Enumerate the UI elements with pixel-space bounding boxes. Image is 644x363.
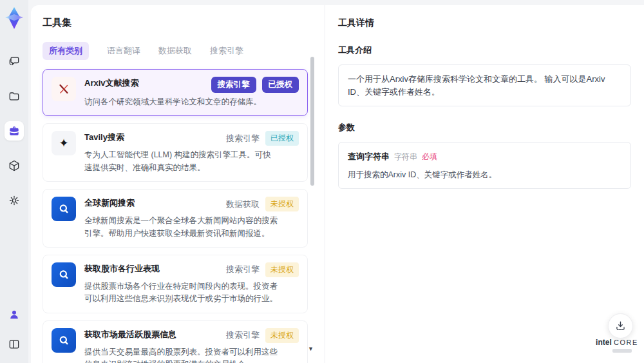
left-rail	[0, 0, 28, 363]
tab-data-fetch[interactable]: 数据获取	[158, 45, 192, 57]
chat-icon	[8, 55, 21, 68]
tool-list-panel: 工具集 所有类别 语言翻译 数据获取 搜索引擎 Arxiv文献搜索	[31, 5, 325, 363]
sidebar-item-chat[interactable]	[5, 52, 24, 71]
sidebar-item-files[interactable]	[5, 86, 24, 106]
tavily-sparkle-icon: ✦	[52, 131, 76, 155]
sidebar-item-settings[interactable]	[5, 191, 24, 210]
download-button[interactable]	[608, 313, 633, 338]
category-label: 搜索引擎	[226, 133, 260, 144]
tool-card-arxiv[interactable]: Arxiv文献搜索 搜索引擎 已授权 访问各个研究领域大量科学论文和文章的存储库…	[43, 69, 308, 116]
news-search-logo-icon	[52, 197, 76, 221]
status-badge: 已授权	[265, 131, 299, 146]
sidebar-item-account[interactable]	[5, 305, 24, 324]
page-title: 工具集	[43, 17, 325, 29]
tool-title: Tavily搜索	[84, 131, 124, 143]
tool-list: Arxiv文献搜索 搜索引擎 已授权 访问各个研究领域大量科学论文和文章的存储库…	[43, 69, 308, 363]
tool-description: 专为人工智能代理 (LLM) 构建的搜索引擎工具。可快速提供实时、准确和真实的结…	[84, 149, 279, 174]
category-badge: 搜索引擎	[211, 77, 256, 93]
status-badge: 未授权	[265, 328, 299, 343]
category-label: 搜索引擎	[226, 329, 260, 341]
param-box: 查询字符串 字符串 必填 用于搜索的Arxiv ID、关键字或作者姓名。	[338, 142, 631, 189]
arxiv-logo-icon	[52, 77, 76, 101]
gear-icon	[8, 194, 21, 207]
cube-icon	[8, 159, 21, 172]
tool-title: Arxiv文献搜索	[84, 77, 139, 89]
panel-toggle-icon	[8, 338, 21, 351]
param-required-flag: 必填	[422, 151, 437, 162]
tool-title: 全球新闻搜索	[84, 197, 135, 209]
tool-card-tavily[interactable]: ✦ Tavily搜索 搜索引擎 已授权 专为人工智能代理 (LLM) 构建的搜索…	[43, 123, 308, 182]
intel-sub-mark	[612, 349, 632, 353]
sidebar-item-panel-toggle[interactable]	[5, 335, 24, 354]
tool-intro-box: 一个用于从Arxiv存储库搜索科学论文和文章的工具。 输入可以是Arxiv ID…	[338, 64, 631, 106]
sidebar-item-toolbox[interactable]	[5, 121, 24, 141]
category-label: 数据获取	[226, 199, 260, 210]
status-badge: 未授权	[265, 197, 299, 211]
tab-language-translation[interactable]: 语言翻译	[107, 45, 140, 57]
tool-card-most-active-stocks[interactable]: 获取市场最活跃股票信息 搜索引擎 未授权 提供当天交易量最高的股票列表。投资者可…	[43, 320, 308, 363]
tool-title: 获取市场最活跃股票信息	[84, 328, 176, 340]
intel-core-logo: intel CORE	[596, 338, 638, 353]
tool-card-sector-performance[interactable]: 获取股市各行业表现 搜索引擎 未授权 提供股票市场各个行业在特定时间段内的表现。…	[43, 255, 308, 313]
news-search-logo-icon	[52, 328, 76, 353]
tool-description: 访问各个研究领域大量科学论文和文章的存储库。	[84, 96, 279, 108]
tab-all-categories[interactable]: 所有类别	[43, 42, 89, 60]
category-label: 搜索引擎	[226, 264, 260, 275]
param-description: 用于搜索的Arxiv ID、关键字或作者姓名。	[348, 169, 621, 181]
news-search-logo-icon	[52, 262, 76, 287]
params-heading: 参数	[338, 122, 631, 133]
folder-icon	[8, 90, 21, 103]
tool-detail-panel: 工具详情 工具介绍 一个用于从Arxiv存储库搜索科学论文和文章的工具。 输入可…	[325, 5, 644, 363]
tool-description: 全球新闻搜索是一个聚合全球各大新闻网站内容的搜索引擎。帮助用户快速获取全球最新资…	[84, 215, 279, 240]
download-icon	[614, 320, 627, 332]
tool-description: 提供股票市场各个行业在特定时间段内的表现。投资者可以利用这些信息来识别表现优于或…	[84, 280, 279, 306]
param-type: 字符串	[394, 151, 417, 162]
detail-title: 工具详情	[338, 17, 631, 29]
category-tabs: 所有类别 语言翻译 数据获取 搜索引擎	[43, 42, 325, 60]
tab-search-engine[interactable]: 搜索引擎	[210, 45, 243, 57]
app-logo-icon	[3, 5, 25, 31]
user-icon	[8, 308, 21, 321]
intel-wordmark: intel	[596, 338, 612, 347]
intro-heading: 工具介绍	[338, 44, 631, 56]
sidebar-item-models[interactable]	[5, 156, 24, 175]
list-scrollbar-thumb[interactable]	[310, 57, 314, 186]
toolbox-icon	[8, 124, 21, 137]
param-name: 查询字符串	[348, 150, 390, 163]
core-wordmark: CORE	[614, 338, 638, 346]
status-badge: 已授权	[262, 77, 299, 93]
status-badge: 未授权	[265, 262, 299, 277]
tool-description: 提供当天交易量最高的股票列表。投资者可以利用这些信息来识别流动性强的股票和潜在的…	[84, 346, 279, 363]
tool-title: 获取股市各行业表现	[84, 262, 160, 275]
main-panel: 工具集 所有类别 语言翻译 数据获取 搜索引擎 Arxiv文献搜索	[31, 5, 644, 363]
scroll-down-caret-icon[interactable]: ▼	[308, 346, 314, 352]
tool-card-global-news[interactable]: 全球新闻搜索 数据获取 未授权 全球新闻搜索是一个聚合全球各大新闻网站内容的搜索…	[43, 189, 308, 248]
